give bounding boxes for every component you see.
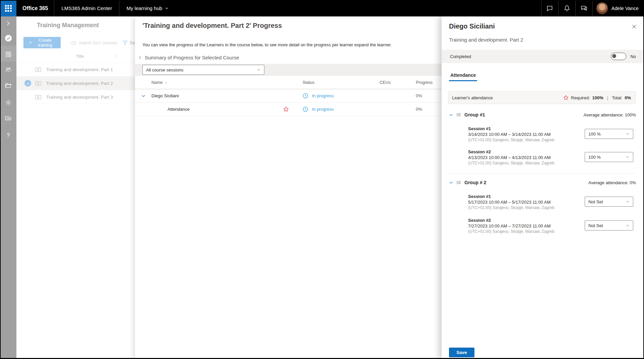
chevron-down-icon <box>257 68 261 72</box>
attendance-select[interactable]: 100 % <box>585 129 633 139</box>
training-title: Training and development. Part 1 <box>46 67 113 72</box>
group-name: Group #1 <box>464 112 485 117</box>
session-timezone: (UTC+01:00) Sarajevo, Skopje, Warsaw, Za… <box>468 160 585 166</box>
settings-icon <box>5 99 12 106</box>
completed-label: Completed <box>450 54 611 59</box>
total-label: Total: <box>612 95 622 100</box>
training-title: Training and development. Part 3 <box>46 95 113 100</box>
session-row: Session #2 4/13/2023 10:00 AM – 4/13/202… <box>468 149 633 166</box>
sidebar-item-settings[interactable] <box>0 98 16 107</box>
bell-icon <box>564 5 570 12</box>
topbar-divider <box>592 0 593 16</box>
session-time: 3/14/2023 10:00 AM – 3/14/2023 11:00 AM <box>468 132 585 137</box>
app-launcher-icon <box>5 5 12 12</box>
chevron-down-icon <box>165 6 169 10</box>
ceus-column: CEUs <box>380 80 416 85</box>
workspace: A ? Training Management Create training … <box>0 16 644 359</box>
user-name: Adele Vance <box>611 6 639 11</box>
sidebar-expand-button[interactable] <box>0 18 16 28</box>
clock-icon <box>303 106 308 112</box>
clock-icon <box>303 93 308 99</box>
star-icon <box>563 95 569 100</box>
feedback-button[interactable] <box>576 0 592 16</box>
topbar-divider <box>119 0 119 16</box>
attendance-select[interactable]: Not Set <box>585 197 633 207</box>
course-sessions-select[interactable]: All course sessions <box>142 65 264 75</box>
session-timezone: (UTC+01:00) Sarajevo, Skopje, Warsaw, Za… <box>468 137 585 143</box>
collapse-group-icon[interactable] <box>449 113 453 117</box>
learner-status[interactable]: In progress <box>303 93 380 99</box>
topbar: Office 365 LMS365 Admin Center My learni… <box>0 0 644 16</box>
session-name: Session #2 <box>468 217 585 223</box>
session-row: Session #2 7/27/2023 10:00 AM – 7/27/202… <box>468 217 633 234</box>
filter-icon <box>123 40 128 45</box>
avatar <box>596 2 608 14</box>
completed-value: No <box>630 54 636 59</box>
people-icon <box>5 66 12 73</box>
attendance-select[interactable]: 100 % <box>585 152 633 162</box>
sidebar-item-language[interactable]: A <box>0 114 16 123</box>
collapse-learner-button[interactable] <box>135 94 151 98</box>
training-row-3[interactable]: Training and development. Part 3 <box>16 90 135 104</box>
tab-attendance[interactable]: Attendance <box>449 72 477 81</box>
office365-brand[interactable]: Office 365 <box>22 5 48 11</box>
completed-toggle[interactable] <box>611 53 626 60</box>
search-filter-button[interactable]: Se <box>123 40 135 45</box>
chat-button[interactable] <box>541 0 558 16</box>
training-row-2-selected[interactable]: Training and development. Part 2 <box>16 76 135 90</box>
total-value: 0% <box>625 95 631 100</box>
course-badge-icon <box>35 81 41 86</box>
group-name: Group # 2 <box>464 180 486 185</box>
chevron-right-icon <box>138 55 142 60</box>
topbar-divider <box>54 0 54 16</box>
training-title: Training and development. Part 2 <box>46 81 113 86</box>
app-launcher-button[interactable] <box>0 0 16 16</box>
title-column-sort[interactable]: Title ↑ <box>46 54 117 59</box>
account-menu[interactable]: Adele Vance <box>596 2 639 14</box>
group-header: Group # 2 Average attendance: 0% <box>449 179 636 186</box>
notifications-button[interactable] <box>559 0 575 16</box>
chevron-down-icon <box>626 155 630 159</box>
chat-icon <box>546 5 553 12</box>
save-button[interactable]: Save <box>449 348 474 357</box>
session-name: Session #2 <box>468 149 585 155</box>
sidebar-item-home[interactable] <box>0 34 16 43</box>
course-badge-icon <box>35 95 41 100</box>
cloud-import-icon <box>71 40 77 45</box>
close-button[interactable] <box>631 23 637 30</box>
session-name: Session #1 <box>468 194 585 199</box>
session-time: 7/27/2023 10:00 AM – 7/27/2023 11:00 AM <box>468 223 585 229</box>
group-header: Group #1 Average attendance: 100% <box>449 111 636 118</box>
sidebar-item-people[interactable] <box>0 65 16 74</box>
group-average: Average attendance: 0% <box>588 180 636 185</box>
attendance-summary-card: Learner's attendance Required: 100% | To… <box>448 91 636 104</box>
status-column: Status <box>303 80 380 85</box>
plus-icon <box>29 40 32 45</box>
collapse-group-icon[interactable] <box>449 181 453 185</box>
admin-center-title[interactable]: LMS365 Admin Center <box>61 5 112 11</box>
attendance-select[interactable]: Not Set <box>585 220 633 230</box>
sidebar-item-catalog[interactable] <box>0 81 16 90</box>
training-management-panel: Training Management Create training Impo… <box>16 16 135 359</box>
activity-status[interactable]: In progress <box>303 106 380 112</box>
page-title: Training Management <box>16 16 135 29</box>
sidebar-item-help[interactable]: ? <box>0 131 16 140</box>
learning-hub-menu[interactable]: My learning hub <box>126 5 169 11</box>
list-icon <box>456 180 461 185</box>
training-icon <box>5 51 12 58</box>
completed-band: Completed No <box>442 50 644 63</box>
session-timezone: (UTC+01:00) Sarajevo, Skopje, Warsaw, Za… <box>468 229 585 234</box>
check-circle-icon <box>4 34 12 42</box>
learner-name: Diego Siciliani <box>151 93 269 98</box>
name-column-sort[interactable]: Name ↑ <box>151 80 269 85</box>
create-training-button[interactable]: Create training <box>23 37 61 48</box>
panel-title: Diego Siciliani <box>442 16 644 31</box>
sidebar-item-training-management[interactable] <box>0 50 16 59</box>
toggle-knob <box>612 54 616 58</box>
chevron-down-icon <box>626 223 630 227</box>
chevron-down-icon <box>626 200 630 204</box>
import-go1-button[interactable]: Import Go1 courses <box>71 40 117 45</box>
attendance-summary-label: Learner's attendance <box>452 95 563 100</box>
group-average: Average attendance: 100% <box>583 112 636 117</box>
training-row-1[interactable]: Training and development. Part 1 <box>16 63 135 76</box>
